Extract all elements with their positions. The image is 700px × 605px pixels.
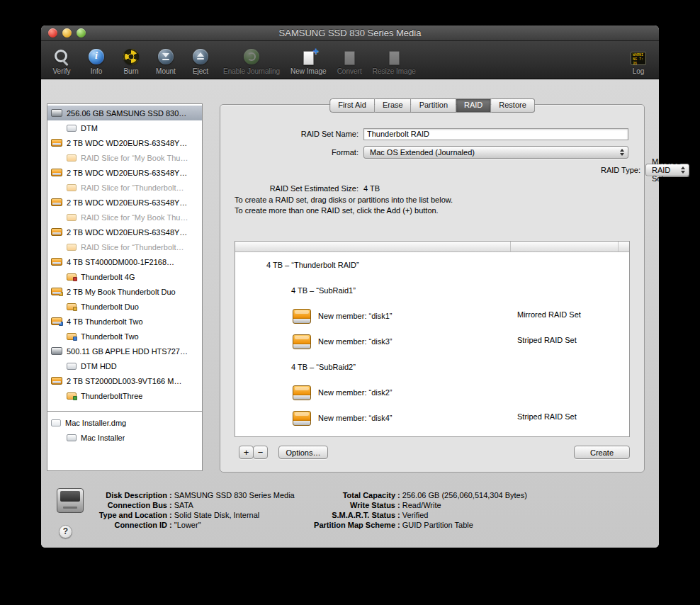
close-button[interactable] [48, 28, 57, 38]
info-row: Connection Bus : SATA [82, 501, 295, 511]
sidebar-item-mac-installer[interactable]: Mac Installer [47, 430, 202, 445]
format-select[interactable]: Mac OS Extended (Journaled) [363, 146, 628, 159]
sidebar-item-raid-slice-for-thunderbolt[interactable]: RAID Slice for “Thunderbolt… [47, 180, 202, 195]
sidebar-item-label: Mac Installer.dmg [65, 419, 126, 427]
sidebar-item-thunderbolt-two[interactable]: Thunderbolt Two [47, 329, 202, 344]
info-value: Read/Write [402, 501, 441, 511]
volume-orange-icon [67, 303, 77, 310]
sidebar-item-4-tb-st4000dm000-1f2168[interactable]: 4 TB ST4000DM000-1F2168… [47, 254, 202, 269]
sidebar-item-label: 4 TB Thunderbolt Two [67, 317, 143, 326]
raid-actions: + − Options… Create [220, 446, 644, 460]
toolbar-resize-image-button[interactable]: Resize Image [373, 44, 416, 75]
volume-orange-icon [67, 273, 77, 281]
sidebar-item-label: 2 TB WDC WD20EURS-63S48Y… [67, 169, 187, 177]
sidebar-item-label: DTM [81, 124, 98, 132]
info-row: Type and Location : Solid State Disk, In… [82, 511, 295, 521]
log-icon: WARNING 7:36 [631, 52, 646, 65]
sidebar-item-label: DTM HDD [81, 362, 117, 371]
toolbar-new-image-button[interactable]: New Image [290, 44, 327, 75]
titlebar[interactable]: SAMSUNG SSD 830 Series Media [41, 26, 659, 41]
sidebar-item-label: Thunderbolt Duo [81, 302, 139, 311]
sidebar-item-2-tb-st2000dl003-9vt166-m[interactable]: 2 TB ST2000DL003-9VT166 M… [47, 373, 202, 388]
sidebar-item-256-06-gb-samsung-ssd-830[interactable]: 256.06 GB SAMSUNG SSD 830… [47, 106, 202, 120]
info-label: Disk Description [82, 491, 167, 501]
raid-row-label: New member: “disk2” [318, 388, 393, 397]
add-raid-set-button[interactable]: + [239, 446, 254, 459]
log-icon-text: WARNING 7:36 [633, 53, 644, 65]
sidebar-item-2-tb-wdc-wd20eurs-63s48y[interactable]: 2 TB WDC WD20EURS-63S48Y… [47, 135, 202, 150]
window-content: 256.06 GB SAMSUNG SSD 830… DTM 2 TB WDC … [41, 79, 659, 548]
popup-arrows-icon [620, 149, 624, 156]
minimize-button[interactable] [62, 28, 72, 38]
tab-raid[interactable]: RAID [456, 98, 491, 113]
disk-orange-icon [51, 377, 62, 385]
sidebar-item-2-tb-wdc-wd20eurs-63s48y[interactable]: 2 TB WDC WD20EURS-63S48Y… [47, 165, 202, 180]
sidebar-item-raid-slice-for-thunderbolt[interactable]: RAID Slice for “Thunderbolt… [47, 239, 202, 254]
remove-raid-set-button[interactable]: − [253, 446, 268, 459]
raid-row-new-member-disk1[interactable]: New member: “disk1” [235, 303, 629, 329]
raid-instructions: To create a RAID set, drag disks or part… [235, 195, 453, 216]
raid-row-label: 4 TB – “SubRaid2” [291, 363, 356, 371]
info-row: Disk Description : SAMSUNG SSD 830 Serie… [82, 491, 295, 501]
sidebar-item-mac-installer-dmg[interactable]: Mac Installer.dmg [47, 415, 202, 430]
sidebar-item-label: 256.06 GB SAMSUNG SSD 830… [67, 109, 186, 118]
sidebar-item-thunderboltthree[interactable]: ThunderboltThree [47, 388, 202, 403]
toolbar-burn-button[interactable]: Burn [119, 44, 143, 75]
format-label: Format: [220, 148, 363, 157]
options-button[interactable]: Options… [278, 446, 328, 459]
tab-erase[interactable]: Erase [375, 98, 412, 113]
disk-utility-window: SAMSUNG SSD 830 Series Media Verify Info… [41, 26, 659, 548]
toolbar-verify-button[interactable]: Verify [50, 44, 74, 75]
sidebar-item-label: RAID Slice for “Thunderbolt… [81, 243, 184, 251]
sidebar-item-2-tb-my-book-thunderbolt-duo[interactable]: 2 TB My Book Thunderbolt Duo [47, 284, 202, 299]
sidebar-item-raid-slice-for-my-book-thu[interactable]: RAID Slice for “My Book Thu… [47, 210, 202, 225]
volume-orange-icon [67, 244, 77, 251]
raid-set-name-input[interactable] [363, 128, 628, 140]
sidebar-item-4-tb-thunderbolt-two[interactable]: 4 TB Thunderbolt Two [47, 314, 202, 329]
raid-row-new-member-disk3[interactable]: New member: “disk3” [235, 329, 629, 354]
info-row: S.M.A.R.T. Status : Verified [303, 511, 527, 521]
tab-first-aid[interactable]: First Aid [329, 98, 375, 113]
toolbar-label: Enable Journaling [223, 67, 280, 75]
estimated-size-row: RAID Set Estimated Size: 4 TB [220, 181, 628, 196]
create-button[interactable]: Create [574, 446, 630, 459]
toolbar-mount-button[interactable]: Mount [154, 44, 178, 75]
toolbar-convert-button[interactable]: Convert [337, 44, 362, 75]
sidebar-item-500-11-gb-apple-hdd-hts727[interactable]: 500.11 GB APPLE HDD HTS727… [47, 344, 202, 358]
toolbar-enable-journaling-button[interactable]: Enable Journaling [223, 44, 280, 75]
raid-type-select[interactable]: Mirrored RAID Set [645, 164, 689, 176]
toolbar-label: Verify [52, 67, 70, 75]
raid-type-label: RAID Type: [502, 166, 645, 174]
estimated-size-label: RAID Set Estimated Size: [220, 184, 363, 193]
journaling-icon [244, 49, 259, 64]
info-value: 256.06 GB (256,060,514,304 Bytes) [402, 491, 527, 501]
tab-restore[interactable]: Restore [491, 98, 535, 113]
sidebar-item-2-tb-wdc-wd20eurs-63s48y[interactable]: 2 TB WDC WD20EURS-63S48Y… [47, 195, 202, 210]
help-button[interactable]: ? [59, 525, 72, 538]
disk-badge-icon [73, 277, 77, 281]
tab-partition[interactable]: Partition [412, 98, 456, 113]
toolbar-eject-button[interactable]: Eject [188, 44, 213, 75]
info-value: Solid State Disk, Internal [174, 511, 259, 521]
raid-row-new-member-disk4[interactable]: New member: “disk4” [235, 405, 629, 431]
sidebar-item-thunderbolt-4g[interactable]: Thunderbolt 4G [47, 269, 202, 284]
verify-icon [53, 48, 70, 65]
raid-row-4-tb-subraid1[interactable]: 4 TB – “SubRaid1” Striped RAID Set [235, 278, 629, 303]
raid-row-label: New member: “disk4” [318, 414, 393, 422]
toolbar-info-button[interactable]: Info [84, 44, 108, 75]
sidebar-item-thunderbolt-duo[interactable]: Thunderbolt Duo [47, 299, 202, 314]
raid-row-4-tb-thunderbolt-raid[interactable]: 4 TB – “Thunderbolt RAID” Mirrored RAID … [235, 252, 629, 278]
toolbar-log-button[interactable]: WARNING 7:36 Log [626, 44, 650, 75]
sidebar-item-dtm[interactable]: DTM [47, 120, 202, 135]
disk-badge-icon [73, 396, 77, 400]
sidebar-item-raid-slice-for-my-book-thu[interactable]: RAID Slice for “My Book Thu… [47, 150, 202, 165]
raid-row-new-member-disk2[interactable]: New member: “disk2” [235, 380, 629, 405]
raid-row-4-tb-subraid2[interactable]: 4 TB – “SubRaid2” Striped RAID Set [235, 354, 629, 380]
zoom-button[interactable] [77, 28, 86, 38]
sidebar-item-label: Thunderbolt 4G [81, 273, 135, 281]
raid-row-label: New member: “disk1” [318, 312, 393, 320]
window-title: SAMSUNG SSD 830 Series Media [41, 26, 659, 41]
eject-icon [193, 49, 208, 64]
sidebar-item-2-tb-wdc-wd20eurs-63s48y[interactable]: 2 TB WDC WD20EURS-63S48Y… [47, 225, 202, 239]
sidebar-item-dtm-hdd[interactable]: DTM HDD [47, 358, 202, 373]
